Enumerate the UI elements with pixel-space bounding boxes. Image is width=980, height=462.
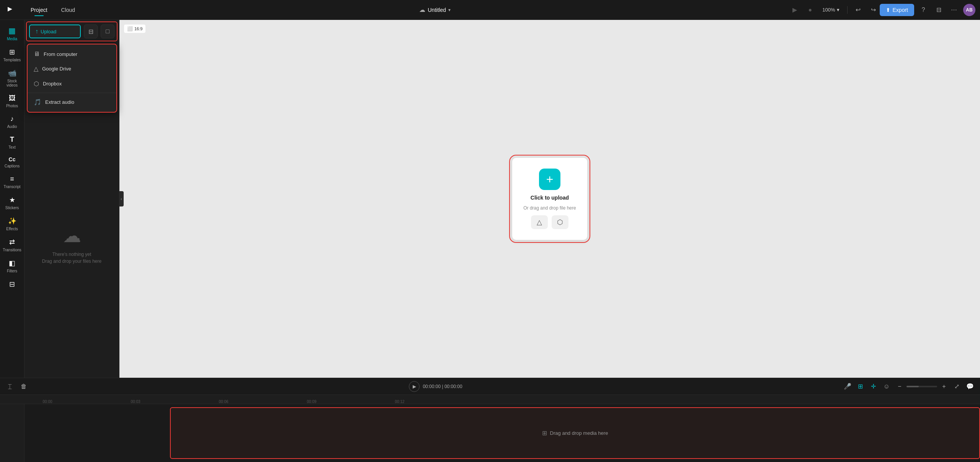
panel-collapse-handle[interactable]: ‹ (119, 191, 124, 206)
zoom-display[interactable]: 100% ▾ (819, 7, 842, 13)
screen-record-button[interactable]: □ (101, 25, 114, 38)
zoom-out-button[interactable]: − (894, 381, 905, 392)
sidebar-item-label: Transcript (3, 185, 20, 189)
upload-card[interactable]: + Click to upload Or drag and drop file … (511, 157, 588, 241)
ruler-mark-6: 00:06 (219, 400, 228, 404)
sidebar-item-media[interactable]: ▦ Media (2, 23, 23, 44)
canvas-area[interactable]: ⬜ 16:9 + Click to upload Or drag and dro… (119, 20, 980, 378)
upload-empty-area: ☁ There's nothing yet Drag and drop your… (24, 112, 119, 378)
sidebar-item-stock-videos[interactable]: 📹 Stock videos (2, 66, 23, 90)
caption-track-button[interactable]: 💬 (965, 381, 975, 392)
nav-tab-cloud[interactable]: Cloud (55, 5, 82, 15)
google-drive-option[interactable]: △ Google Drive (28, 61, 116, 76)
sidebar-item-audio[interactable]: ♪ Audio (2, 112, 23, 132)
main: ▦ Media ⊞ Templates 📹 Stock videos 🖼 Pho… (0, 20, 980, 378)
snap-button[interactable]: ⊞ (855, 381, 866, 392)
topbar-controls: ▶ ● 100% ▾ ↩ ↪ (789, 4, 879, 16)
media-drop-zone[interactable]: ⊞ Drag and drop media here (170, 407, 980, 459)
timeline-toolbar-left: ⌶ 🗑 (5, 381, 29, 392)
extract-audio-icon: 🎵 (34, 98, 41, 106)
logo[interactable] (5, 4, 15, 16)
sidebar-item-label: Photos (6, 104, 18, 108)
upload-card-subtitle: Or drag and drop file here (523, 205, 576, 211)
avatar[interactable]: AB (963, 4, 975, 16)
export-button[interactable]: ⬆ Export (880, 4, 914, 16)
project-title[interactable]: ☁ Untitled ▾ (419, 6, 450, 13)
sidebar-item-label: Filters (7, 269, 17, 273)
upload-button[interactable]: ↑ Upload (29, 25, 81, 38)
emoji-button[interactable]: ☺ (881, 381, 892, 392)
text-icon: T (10, 136, 14, 144)
extract-audio-option[interactable]: 🎵 Extract audio (28, 95, 116, 110)
play-button[interactable]: ▶ (789, 4, 801, 16)
sidebar-item-transcript[interactable]: ≡ Transcript (2, 172, 23, 192)
sidebar-item-label: Captions (5, 164, 20, 168)
share-button[interactable]: ⊟ (933, 4, 945, 16)
sidebar-item-filters[interactable]: ◧ Filters (2, 256, 23, 276)
record-button[interactable]: ● (804, 4, 816, 16)
sidebar-item-label: Stickers (5, 206, 19, 210)
sidebar-item-label: Audio (7, 125, 17, 129)
track-content[interactable]: ⊞ Drag and drop media here (24, 404, 980, 462)
sidebar-item-templates[interactable]: ⊞ Templates (2, 45, 23, 65)
zoom-slider[interactable] (906, 386, 937, 387)
drop-text: Drag and drop your files here (42, 258, 101, 265)
delete-button[interactable]: 🗑 (18, 381, 29, 392)
track-labels (0, 404, 24, 462)
sidebar-item-captions[interactable]: Cc Captions (2, 153, 23, 171)
fullscreen-button[interactable]: ⤢ (952, 381, 962, 392)
captions-icon: Cc (9, 156, 16, 162)
chevron-down-icon: ▾ (837, 7, 840, 13)
topbar: Project Cloud ☁ Untitled ▾ ▶ ● 100% ▾ ↩ … (0, 0, 980, 20)
sidebar-item-more[interactable]: ⊟ (2, 277, 23, 292)
sidebar-item-stickers[interactable]: ★ Stickers (2, 193, 23, 213)
gdrive-icon: △ (537, 218, 542, 226)
sidebar-item-text[interactable]: T Text (2, 133, 23, 152)
more-icon: ⊟ (9, 280, 15, 288)
upload-dropdown: 🖥 From computer △ Google Drive ⬡ Dropbox… (27, 44, 117, 113)
undo-button[interactable]: ↩ (852, 4, 864, 16)
timeline-toolbar: ⌶ 🗑 ▶ 00:00:00 | 00:00:00 🎤 ⊞ ✛ ☺ − + (0, 378, 980, 395)
zoom-in-button[interactable]: + (939, 381, 949, 392)
time-total-value: 00:00:00 (444, 384, 462, 389)
filters-icon: ◧ (9, 259, 15, 267)
dropbox-option[interactable]: ⬡ Dropbox (28, 76, 116, 91)
dropbox-label: Dropbox (43, 81, 62, 87)
mic-button[interactable]: 🎤 (842, 381, 853, 392)
help-button[interactable]: ? (917, 4, 929, 16)
sidebar-item-effects[interactable]: ✨ Effects (2, 214, 23, 234)
media-panel: ↑ Upload ⊟ □ 🖥 From computer △ Google Dr… (24, 20, 119, 378)
from-computer-option[interactable]: 🖥 From computer (28, 47, 116, 61)
more-button[interactable]: ⋯ (948, 4, 960, 16)
from-computer-label: From computer (44, 51, 77, 57)
transcript-icon: ≡ (10, 175, 14, 183)
empty-text: There's nothing yet (42, 251, 101, 258)
aspect-ratio-icon: ⬜ (127, 26, 133, 31)
timeline: ⌶ 🗑 ▶ 00:00:00 | 00:00:00 🎤 ⊞ ✛ ☺ − + (0, 378, 980, 462)
split-button[interactable]: ⌶ (5, 381, 15, 392)
topbar-right: ⬆ Export ? ⊟ ⋯ AB (880, 4, 975, 16)
gdrive-upload-button[interactable]: △ (531, 215, 548, 229)
google-drive-icon: △ (34, 65, 38, 72)
sidebar-item-photos[interactable]: 🖼 Photos (2, 91, 23, 111)
timeline-play-button[interactable]: ▶ (409, 381, 420, 392)
dropbox-upload-button[interactable]: ⬡ (552, 215, 568, 229)
templates-icon: ⊞ (9, 48, 15, 56)
aspect-ratio-badge[interactable]: ⬜ 16:9 (124, 25, 145, 33)
magnet-button[interactable]: ✛ (868, 381, 879, 392)
dropdown-divider (28, 93, 116, 93)
drop-zone-icon: ⊞ (542, 429, 547, 437)
export-label: Export (893, 7, 908, 13)
sidebar-item-label: Text (8, 145, 15, 149)
sidebar-item-label: Media (7, 37, 17, 41)
topbar-center: ☁ Untitled ▾ (81, 6, 789, 13)
upload-area-text: There's nothing yet Drag and drop your f… (42, 251, 101, 265)
upload-plus-button[interactable]: + (539, 169, 560, 190)
sidebar-item-label: Effects (6, 227, 18, 231)
grid-view-button[interactable]: ⊟ (84, 25, 98, 38)
divider (847, 6, 848, 14)
nav-tab-project[interactable]: Project (24, 5, 54, 15)
redo-button[interactable]: ↪ (867, 4, 880, 16)
sidebar-item-transitions[interactable]: ⇄ Transitions (2, 235, 23, 255)
panel-toolbar: ↑ Upload ⊟ □ (26, 21, 118, 41)
